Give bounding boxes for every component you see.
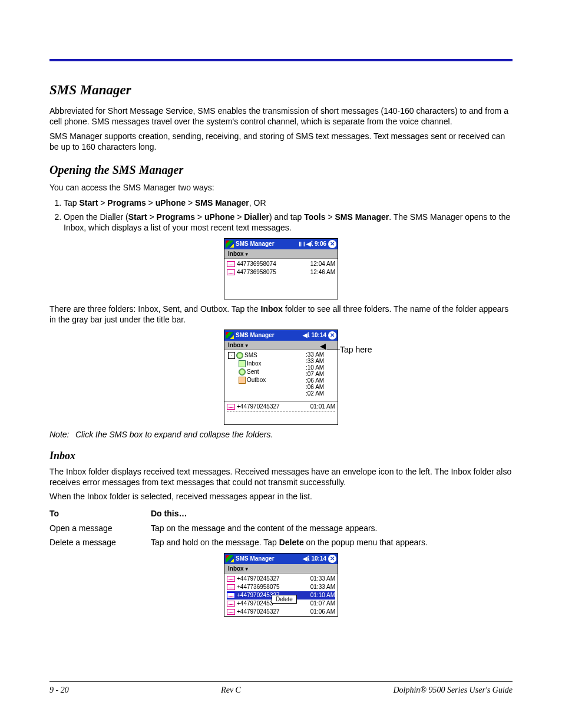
action-name: Delete a message	[49, 535, 151, 549]
table-row: To Do this…	[49, 506, 513, 521]
chevron-down-icon: ▼	[244, 343, 249, 348]
action-desc: Tap and hold on the message. Tap Delete …	[151, 535, 513, 549]
path-part: uPhone	[156, 198, 186, 207]
note-body: Click the SMS box to expand and collapse…	[75, 430, 273, 439]
start-flag-icon[interactable]	[226, 241, 234, 248]
paragraph: SMS Manager supports creation, sending, …	[49, 131, 513, 153]
collapse-icon[interactable]: -	[228, 352, 235, 359]
chevron-down-icon: ▼	[244, 566, 249, 572]
path-part: Start	[128, 212, 147, 222]
folder-menu-label: Inbox	[228, 251, 244, 257]
clock: 10:14	[311, 332, 326, 338]
message-row[interactable]: 44773695807412:04 AM	[227, 260, 335, 268]
start-flag-icon[interactable]	[226, 555, 234, 562]
tree-label: Outbox	[247, 377, 266, 383]
callout-line	[327, 350, 340, 350]
paragraph: There are three folders: Inbox, Sent, an…	[49, 304, 513, 325]
tree-node-inbox[interactable]: Inbox	[227, 360, 306, 368]
speaker-icon: ◀ἰ	[303, 332, 309, 338]
signal-icon	[299, 242, 305, 246]
folder-menu[interactable]: Inbox▼	[224, 249, 338, 259]
guide-title: Dolphin® 9500 Series User's Guide	[393, 686, 513, 695]
start-flag-icon[interactable]	[226, 332, 234, 339]
menu-item-label: Delete	[276, 596, 293, 602]
pointer-arrow-icon	[320, 344, 326, 350]
message-time: 01:33 AM	[310, 584, 335, 590]
tree-node-outbox[interactable]: Outbox	[227, 376, 306, 384]
path-part: SMS Manager	[195, 198, 249, 207]
message-row[interactable]: +44797024532701:01 AM	[224, 401, 338, 413]
window-title: SMS Manager	[236, 241, 297, 247]
text: Inbox	[261, 304, 283, 314]
sep: >	[237, 212, 242, 222]
path-part: Start	[79, 198, 98, 207]
outbox-folder-icon	[239, 377, 246, 384]
text: Delete	[279, 538, 304, 547]
clock: 10:14	[311, 555, 326, 562]
screenshot-delete-popup: SMS Manager ◀ἰ 10:14 ✕ Inbox▼ +447970245…	[224, 553, 338, 617]
step-2: Open the Dialler (Start > Programs > uPh…	[64, 212, 513, 233]
message-time: 01:33 AM	[310, 575, 335, 582]
envelope-icon	[227, 576, 235, 582]
action-table: To Do this… Open a message Tap on the me…	[49, 506, 513, 549]
message-row[interactable]: 44773695807512:46 AM	[227, 268, 335, 276]
context-menu-delete[interactable]: Delete	[272, 595, 297, 604]
message-row[interactable]: +44773695807501:33 AM	[227, 583, 335, 591]
paragraph: When the Inbox folder is selected, recei…	[49, 492, 513, 502]
folder-menu[interactable]: Inbox▼	[224, 341, 338, 350]
message-number: +447736958075	[237, 584, 310, 590]
titlebar: SMS Manager ◀ἰ 10:14 ✕	[224, 554, 338, 564]
message-number: +447970245327	[237, 575, 310, 582]
tree-label: Sent	[247, 368, 259, 375]
message-time: 01:07 AM	[310, 600, 335, 607]
clock: 9:06	[315, 241, 326, 247]
message-row[interactable]: +44797024532701:33 AM	[227, 575, 335, 583]
column-header-do: Do this…	[151, 506, 513, 521]
sms-root-icon	[236, 352, 243, 359]
time-cell: :06 AM	[306, 377, 335, 384]
callout-label: Tap here	[340, 345, 372, 354]
envelope-icon	[227, 592, 235, 598]
heading-inbox: Inbox	[49, 450, 513, 462]
path-part: uPhone	[204, 212, 234, 222]
close-icon[interactable]: ✕	[328, 555, 336, 563]
paragraph: The Inbox folder displays received text …	[49, 467, 513, 488]
tree-node-sms[interactable]: -SMS	[227, 351, 306, 360]
text: on the popup menu that appears.	[304, 538, 428, 547]
path-part: Programs	[107, 198, 146, 207]
folder-menu[interactable]: Inbox▼	[224, 564, 338, 574]
folder-tree: -SMS Inbox Sent Outbox	[227, 351, 306, 397]
sep: >	[197, 212, 202, 222]
page-footer: 9 - 20 Rev C Dolphin® 9500 Series User's…	[49, 681, 513, 695]
path-part: Dialler	[244, 212, 269, 222]
message-time: 01:06 AM	[310, 608, 335, 615]
envelope-icon	[227, 261, 235, 267]
heading-sms-manager: SMS Manager	[49, 83, 513, 98]
message-row[interactable]: +44797024532701:06 AM	[227, 608, 335, 616]
step-1: Tap Start > Programs > uPhone > SMS Mana…	[64, 197, 513, 208]
message-time: 12:46 AM	[310, 269, 335, 275]
tree-node-sent[interactable]: Sent	[227, 368, 306, 376]
path-part: Programs	[157, 212, 195, 222]
message-list: 44773695807412:04 AM 44773695807512:46 A…	[224, 259, 338, 288]
top-rule	[49, 59, 513, 61]
sep: >	[100, 198, 105, 207]
message-number: +447970245327	[237, 403, 310, 410]
paragraph: Abbreviated for Short Message Service, S…	[49, 106, 513, 127]
folder-menu-label: Inbox	[228, 565, 244, 572]
close-icon[interactable]: ✕	[328, 331, 336, 340]
sep: >	[148, 198, 153, 207]
path-part: Tools	[304, 212, 325, 222]
callout-tap-here: Tap here	[340, 345, 372, 354]
table-row: Open a message Tap on the message and th…	[49, 521, 513, 535]
folder-menu-label: Inbox	[228, 342, 244, 348]
close-icon[interactable]: ✕	[328, 240, 336, 248]
chevron-down-icon: ▼	[244, 252, 249, 257]
envelope-icon	[227, 601, 235, 607]
speaker-icon: ◀ἰ	[306, 241, 313, 247]
screenshot-inbox-list: SMS Manager ◀ἰ 9:06 ✕ Inbox▼ 44773695807…	[224, 238, 338, 299]
time-cell: :33 AM	[306, 351, 335, 358]
text: , OR	[249, 198, 266, 207]
page-number: 9 - 20	[49, 686, 69, 695]
time-column: :33 AM :33 AM :10 AM :07 AM :06 AM :06 A…	[306, 351, 335, 397]
